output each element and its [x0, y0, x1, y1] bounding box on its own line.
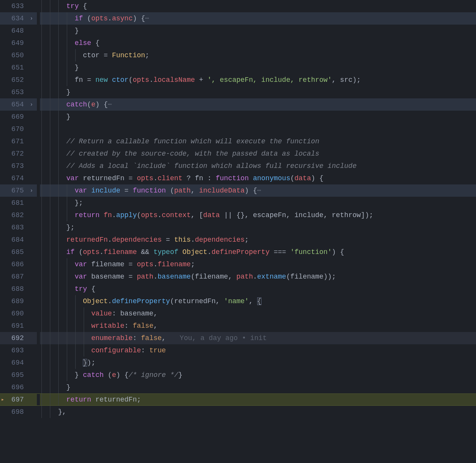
code-line[interactable]: 688 try { [0, 283, 476, 295]
code-content[interactable]: } [40, 61, 476, 74]
code-line[interactable]: 686 var filename = opts.filename; [0, 258, 476, 270]
code-line[interactable]: 648 } [0, 25, 476, 37]
execution-marker[interactable] [0, 357, 5, 369]
code-line[interactable]: 673 // Adds a local `include` function w… [0, 160, 476, 172]
line-number[interactable]: 675 [5, 184, 26, 197]
execution-marker[interactable] [0, 307, 5, 320]
line-number[interactable]: 682 [5, 209, 26, 221]
execution-marker[interactable] [0, 0, 5, 12]
code-content[interactable]: } [40, 111, 476, 123]
fold-toggle[interactable]: › [26, 98, 37, 111]
line-number[interactable]: 634 [5, 12, 26, 25]
line-number[interactable]: 650 [5, 49, 26, 61]
code-line[interactable]: 675› var include = function (path, inclu… [0, 184, 476, 197]
code-content[interactable]: } catch (e) {/* ignore */} [40, 369, 476, 381]
code-content[interactable]: returnedFn.dependencies = this.dependenc… [40, 234, 476, 246]
execution-marker[interactable] [0, 184, 5, 197]
code-content[interactable]: }; [40, 221, 476, 234]
code-line[interactable]: 671 // Return a callable function which … [0, 135, 476, 148]
code-content[interactable]: }; [40, 197, 476, 209]
execution-marker[interactable] [0, 344, 5, 357]
code-content[interactable]: else { [40, 37, 476, 49]
code-content[interactable]: var returnedFn = opts.client ? fn : func… [40, 172, 476, 184]
code-content[interactable]: // created by the source-code, with the … [40, 148, 476, 160]
code-line[interactable]: 693 configurable: true [0, 344, 476, 357]
code-line[interactable]: 669 } [0, 111, 476, 123]
line-number[interactable]: 698 [5, 406, 26, 418]
code-line[interactable]: 694 }); [0, 357, 476, 369]
execution-marker[interactable] [0, 37, 5, 49]
line-number[interactable]: 690 [5, 307, 26, 320]
code-content[interactable]: value: basename, [40, 307, 476, 320]
code-content[interactable]: }, [40, 406, 476, 418]
execution-marker[interactable] [0, 135, 5, 148]
line-number[interactable]: 693 [5, 344, 26, 357]
code-content[interactable]: enumerable: false,You, a day ago • init [40, 332, 476, 344]
code-line[interactable]: 681 }; [0, 197, 476, 209]
execution-marker[interactable] [0, 148, 5, 160]
code-line[interactable]: 674 var returnedFn = opts.client ? fn : … [0, 172, 476, 184]
line-number[interactable]: 674 [5, 172, 26, 184]
code-line[interactable]: 649 else { [0, 37, 476, 49]
code-content[interactable]: } [40, 86, 476, 98]
line-number[interactable]: 670 [5, 123, 26, 135]
code-line[interactable]: 652 fn = new ctor(opts.localsName + ', e… [0, 74, 476, 86]
code-content[interactable]: // Adds a local `include` function which… [40, 160, 476, 172]
code-editor[interactable]: 633 try {634› if (opts.async) {⋯648 }649… [0, 0, 476, 418]
line-number[interactable]: 686 [5, 258, 26, 270]
execution-marker[interactable] [0, 74, 5, 86]
line-number[interactable]: 651 [5, 61, 26, 74]
execution-marker[interactable] [0, 25, 5, 37]
code-line[interactable]: 670 [0, 123, 476, 135]
code-content[interactable]: try { [40, 0, 476, 12]
code-content[interactable]: } [40, 25, 476, 37]
code-content[interactable]: var include = function (path, includeDat… [40, 184, 476, 197]
code-line[interactable]: 634› if (opts.async) {⋯ [0, 12, 476, 25]
code-line[interactable]: 683 }; [0, 221, 476, 234]
line-number[interactable]: 685 [5, 246, 26, 258]
line-number[interactable]: 687 [5, 270, 26, 283]
code-content[interactable]: return returnedFn; [40, 394, 476, 405]
code-content[interactable]: Object.defineProperty(returnedFn, 'name'… [40, 295, 476, 307]
code-content[interactable]: writable: false, [40, 320, 476, 332]
execution-marker[interactable] [0, 406, 5, 418]
line-number[interactable]: 681 [5, 197, 26, 209]
execution-marker[interactable] [0, 381, 5, 393]
execution-marker[interactable] [0, 258, 5, 270]
code-line[interactable]: 633 try { [0, 0, 476, 12]
execution-marker[interactable] [0, 49, 5, 61]
execution-marker[interactable] [0, 197, 5, 209]
code-line[interactable]: 696 } [0, 381, 476, 393]
code-line[interactable]: 690 value: basename, [0, 307, 476, 320]
code-line[interactable]: 682 return fn.apply(opts.context, [data … [0, 209, 476, 221]
code-line[interactable]: ▸697 return returnedFn; [0, 393, 476, 406]
line-number[interactable]: 683 [5, 221, 26, 234]
line-number[interactable]: 688 [5, 283, 26, 295]
code-line[interactable]: 695 } catch (e) {/* ignore */} [0, 369, 476, 381]
line-number[interactable]: 648 [5, 25, 26, 37]
code-content[interactable]: } [40, 381, 476, 393]
code-content[interactable]: if (opts.async) {⋯ [40, 12, 476, 25]
execution-marker[interactable] [0, 123, 5, 135]
code-content[interactable]: fn = new ctor(opts.localsName + ', escap… [40, 74, 476, 86]
execution-marker[interactable] [0, 61, 5, 74]
line-number[interactable]: 653 [5, 86, 26, 98]
line-number[interactable]: 692 [5, 332, 26, 344]
code-line[interactable]: 684 returnedFn.dependencies = this.depen… [0, 234, 476, 246]
line-number[interactable]: 694 [5, 357, 26, 369]
line-number[interactable]: 673 [5, 160, 26, 172]
line-number[interactable]: 633 [5, 0, 26, 12]
line-number[interactable]: 689 [5, 295, 26, 307]
line-number[interactable]: 669 [5, 111, 26, 123]
line-number[interactable]: 695 [5, 369, 26, 381]
execution-marker[interactable] [0, 98, 5, 111]
code-content[interactable]: try { [40, 283, 476, 295]
line-number[interactable]: 671 [5, 135, 26, 148]
execution-marker[interactable] [0, 320, 5, 332]
code-line[interactable]: 687 var basename = path.basename(filenam… [0, 270, 476, 283]
code-line[interactable]: 653 } [0, 86, 476, 98]
code-line[interactable]: 685 if (opts.filename && typeof Object.d… [0, 246, 476, 258]
execution-marker[interactable] [0, 111, 5, 123]
fold-toggle[interactable]: › [26, 184, 37, 197]
code-content[interactable]: ctor = Function; [40, 49, 476, 61]
